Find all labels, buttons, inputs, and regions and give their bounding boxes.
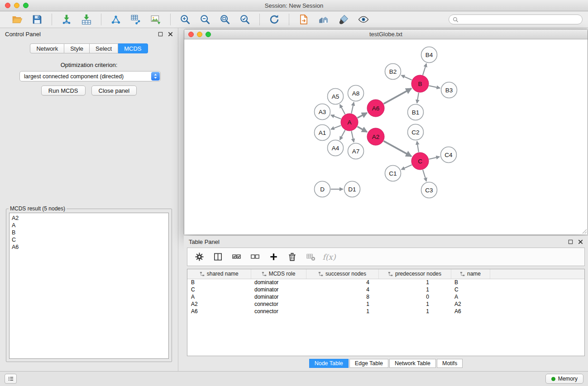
add-column-button[interactable] bbox=[266, 250, 281, 264]
network-node-C1[interactable]: C1 bbox=[385, 166, 401, 181]
column-header-predecessor-nodes[interactable]: predecessor nodes bbox=[378, 269, 451, 279]
table-cell[interactable]: 1 bbox=[306, 300, 378, 308]
close-window-button[interactable] bbox=[5, 3, 10, 8]
network-node-D[interactable]: D bbox=[315, 181, 330, 197]
network-node-B4[interactable]: B4 bbox=[421, 47, 437, 63]
tab-network[interactable]: Network bbox=[30, 43, 64, 53]
network-node-A2[interactable]: A2 bbox=[367, 128, 384, 145]
column-header-name[interactable]: name bbox=[451, 269, 490, 279]
network-node-B2[interactable]: B2 bbox=[385, 64, 401, 80]
network-node-A1[interactable]: A1 bbox=[315, 125, 330, 141]
table-cell[interactable]: 4 bbox=[306, 286, 378, 293]
save-button[interactable] bbox=[29, 13, 46, 26]
network-edge-B-B1[interactable] bbox=[417, 93, 419, 103]
network-edge-A-A7[interactable] bbox=[351, 131, 354, 143]
table-row[interactable]: A2connector11A2 bbox=[187, 300, 584, 308]
run-mcds-button[interactable]: Run MCDS bbox=[41, 86, 86, 95]
tab-mcds[interactable]: MCDS bbox=[118, 43, 148, 53]
network-node-C2[interactable]: C2 bbox=[408, 124, 424, 140]
search-box[interactable] bbox=[449, 14, 583, 24]
table-row[interactable]: Cdominator41C bbox=[187, 286, 584, 293]
network-edge-A-A2[interactable] bbox=[358, 127, 367, 132]
tab-edge-table[interactable]: Edge Table bbox=[349, 359, 388, 368]
table-cell[interactable]: 0 bbox=[378, 293, 451, 300]
network-edge-A-A3[interactable] bbox=[331, 115, 341, 119]
network-edge-A-A4[interactable] bbox=[340, 130, 345, 140]
network-node-A8[interactable]: A8 bbox=[348, 86, 364, 101]
style-brush-button[interactable] bbox=[335, 13, 352, 26]
zoom-out-button[interactable] bbox=[196, 13, 214, 26]
close-control-panel-button[interactable] bbox=[168, 32, 173, 37]
network-minimize-button[interactable] bbox=[197, 32, 202, 37]
table-cell[interactable]: 1 bbox=[378, 279, 451, 286]
deselect-all-button[interactable] bbox=[248, 250, 262, 264]
network-node-B3[interactable]: B3 bbox=[441, 82, 457, 98]
network-edge-B-B2[interactable] bbox=[402, 75, 412, 80]
table-cell[interactable]: connector bbox=[251, 308, 306, 315]
network-window-titlebar[interactable]: testGlobe.txt bbox=[184, 29, 588, 39]
refresh-button[interactable] bbox=[266, 13, 283, 26]
tab-node-table[interactable]: Node Table bbox=[309, 359, 349, 368]
table-cell[interactable]: C bbox=[187, 286, 251, 293]
columns-button[interactable] bbox=[210, 250, 225, 264]
network-node-B[interactable]: B bbox=[411, 75, 429, 92]
table-cell[interactable]: 4 bbox=[306, 279, 378, 286]
table-cell[interactable]: A6 bbox=[451, 308, 490, 315]
table-row[interactable]: Adominator80A bbox=[187, 293, 584, 300]
network-edge-B-B3[interactable] bbox=[429, 86, 440, 88]
column-header-successor-nodes[interactable]: successor nodes bbox=[306, 269, 378, 279]
network-node-B1[interactable]: B1 bbox=[408, 105, 424, 120]
tab-select[interactable]: Select bbox=[90, 43, 118, 53]
tab-style[interactable]: Style bbox=[64, 43, 90, 53]
import-network-button[interactable] bbox=[58, 13, 75, 26]
column-header-shared-name[interactable]: shared name bbox=[187, 269, 251, 279]
column-header-MCDS-role[interactable]: MCDS role bbox=[251, 269, 306, 279]
network-node-C3[interactable]: C3 bbox=[421, 182, 437, 198]
network-node-A5[interactable]: A5 bbox=[328, 89, 344, 105]
tab-network-table[interactable]: Network Table bbox=[389, 359, 436, 368]
network-zoom-button[interactable] bbox=[206, 32, 211, 37]
table-cell[interactable]: A2 bbox=[451, 300, 490, 308]
table-cell[interactable]: dominator bbox=[251, 286, 306, 293]
table-cell[interactable]: 1 bbox=[306, 308, 378, 315]
table-cell[interactable]: C bbox=[451, 286, 490, 293]
network-close-button[interactable] bbox=[188, 32, 194, 37]
table-cell[interactable]: 1 bbox=[378, 286, 451, 293]
network-node-D1[interactable]: D1 bbox=[344, 181, 360, 197]
table-cell[interactable]: dominator bbox=[251, 279, 306, 286]
document-export-button[interactable] bbox=[295, 13, 312, 26]
network-node-C[interactable]: C bbox=[411, 152, 429, 170]
table-row[interactable]: Bdominator41B bbox=[187, 279, 584, 286]
network-edge-C-C2[interactable] bbox=[417, 141, 419, 152]
network-share-button[interactable] bbox=[107, 13, 124, 26]
table-cell[interactable]: A2 bbox=[187, 300, 251, 308]
import-table-button[interactable] bbox=[78, 13, 95, 26]
table-cell[interactable]: 1 bbox=[378, 300, 451, 308]
network-node-A6[interactable]: A6 bbox=[367, 100, 384, 117]
network-edge-C-C4[interactable] bbox=[429, 157, 440, 159]
network-edge-B-B4[interactable] bbox=[423, 64, 426, 75]
network-edge-A-A8[interactable] bbox=[351, 102, 354, 114]
resize-grip-icon[interactable] bbox=[581, 228, 587, 234]
table-cell[interactable]: 1 bbox=[378, 308, 451, 315]
table-cell[interactable]: dominator bbox=[251, 293, 306, 300]
select-all-button[interactable] bbox=[229, 250, 244, 264]
table-cell[interactable]: A6 bbox=[187, 308, 251, 315]
network-edge-A-A6[interactable] bbox=[358, 113, 367, 118]
image-export-button[interactable] bbox=[147, 13, 164, 26]
network-node-A[interactable]: A bbox=[341, 114, 358, 131]
task-history-button[interactable] bbox=[5, 374, 17, 384]
delete-column-button[interactable] bbox=[285, 250, 299, 264]
search-input[interactable] bbox=[461, 16, 578, 23]
tab-motifs[interactable]: Motifs bbox=[437, 359, 463, 368]
table-cell[interactable]: connector bbox=[251, 300, 306, 308]
network-edge-C-C3[interactable] bbox=[423, 170, 426, 181]
network-node-A3[interactable]: A3 bbox=[315, 104, 330, 120]
network-edge-A6-B[interactable] bbox=[384, 89, 411, 104]
zoom-fit-button[interactable] bbox=[216, 13, 234, 26]
zoom-in-button[interactable] bbox=[177, 13, 194, 26]
home-button[interactable] bbox=[315, 13, 332, 26]
table-cell[interactable]: B bbox=[451, 279, 490, 286]
memory-button[interactable]: Memory bbox=[545, 374, 583, 384]
float-table-panel-button[interactable] bbox=[568, 239, 573, 244]
